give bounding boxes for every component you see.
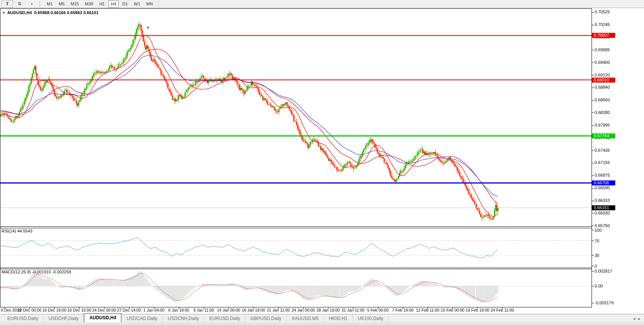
tab-eurusd-daily[interactable]: EURUSD,Daily <box>204 315 245 322</box>
time-axis-label: 12 Dec 00:00 <box>18 308 41 312</box>
tab-uk100-daily[interactable]: UK100,Daily <box>353 315 389 322</box>
price-axis-tick: 0.68560 <box>595 98 610 102</box>
time-axis-label: 24 Feb 11:00 <box>490 308 514 312</box>
rsi-axis-tick: 0 <box>595 264 597 268</box>
tab-scroll-right-icon[interactable]: ▸ <box>638 317 640 321</box>
price-axis-tick: 0.66875 <box>595 173 610 177</box>
time-axis-label: 16 Dec 19:00 <box>42 308 66 312</box>
macd-indicator-label: MACD(12,26,9) -0.001910 -0.002269 <box>2 270 71 274</box>
macd-axis-tick: 0.002817 <box>595 269 612 273</box>
rsi-axis-tick: 70 <box>595 239 599 243</box>
price-axis-tick: 0.69685 <box>595 47 610 52</box>
rsi-axis-tick: 100 <box>595 228 602 232</box>
rsi-axis-tick: 30 <box>595 253 599 258</box>
price-line-label: 0.66706 <box>592 180 615 185</box>
price-axis-tick: 0.69120 <box>595 73 610 77</box>
tab-usdcnh-daily[interactable]: USDCNH,Daily <box>163 315 204 322</box>
tab-hk50-h1[interactable]: HK50,H1 <box>324 315 353 322</box>
rsi-indicator-label: RSI(14) 44.5543 <box>2 229 33 233</box>
chart-canvas[interactable] <box>0 0 644 325</box>
tab-scroll-left-icon[interactable]: ◂ <box>633 317 635 321</box>
time-axis-label: 24 Jan 00:00 <box>292 308 315 312</box>
price-axis-tick: 0.66310 <box>595 198 610 203</box>
tab-scroll-controls: ◂ ▸ <box>633 315 640 322</box>
macd-axis-tick: -0.003179 <box>595 301 614 305</box>
time-axis-label: 19 Feb 19:00 <box>466 308 489 312</box>
price-axis-tick: 0.70245 <box>595 22 610 27</box>
price-axis-tick: 0.70525 <box>595 10 610 14</box>
time-axis-label: 6 Jan 19:00 <box>168 308 190 312</box>
symbol-name: AUDUSD,H4 <box>7 10 32 15</box>
price-line-label: 0.69010 <box>592 78 615 83</box>
price-line-label: 0.67754 <box>592 133 615 138</box>
tab-usdcad-daily[interactable]: USDCAD,Daily <box>121 315 163 322</box>
chart-tab-bar: EURUSD,DailyUSDCHF,DailyAUDUSD,H4USDCAD,… <box>0 314 644 322</box>
price-axis-tick: 0.67435 <box>595 148 610 153</box>
time-axis-label: 27 Dec 14:00 <box>117 308 141 312</box>
time-axis-label: 14 Jan 00:00 <box>217 308 240 312</box>
price-axis-tick: 0.69400 <box>595 60 610 65</box>
tab-xauusd-m5[interactable]: XAUUSD,M5 <box>287 315 324 322</box>
time-axis-label: 1 Jan 04:00 <box>144 308 165 312</box>
quote-values: 0.65968 0.66166 0.65963 0.66151 <box>34 10 98 15</box>
macd-axis-tick: 0.00 <box>595 284 603 288</box>
time-axis-label: 24 Dec 00:00 <box>92 308 116 312</box>
price-line-label: 0.70007 <box>592 33 615 38</box>
symbol-quote: ▼AUDUSD,H4 0.65968 0.66166 0.65963 0.661… <box>2 10 98 15</box>
tab-audusd-h4[interactable]: AUDUSD,H4 <box>84 314 121 322</box>
current-price-label: 0.66151 <box>592 205 615 210</box>
mt4-window: T ⇅ ▾ M1M5M15M30H1H4D1W1MN ▼AUDUSD,H4 0.… <box>0 0 644 325</box>
price-axis-tick: 0.66030 <box>595 211 610 215</box>
time-axis-label: 9 Jan 11:00 <box>193 308 214 312</box>
tabs: EURUSD,DailyUSDCHF,DailyAUDUSD,H4USDCAD,… <box>0 314 389 322</box>
window-bottom-strip <box>0 322 644 325</box>
time-axis-label: 12 Feb 11:00 <box>416 308 439 312</box>
time-axis-label: 5 Feb 00:00 <box>367 308 389 312</box>
price-axis-tick: 0.65750 <box>595 223 610 228</box>
tab-usdchf-daily[interactable]: USDCHF,Daily <box>44 315 84 322</box>
time-axis-label: 28 Jan 19:00 <box>317 308 340 312</box>
tab-eurusd-daily[interactable]: EURUSD,Daily <box>2 315 44 322</box>
time-axis-label: 21 Jan 11:00 <box>267 308 290 312</box>
time-axis-label: 7 Feb 19:00 <box>392 308 414 312</box>
price-axis-tick: 0.67995 <box>595 123 610 127</box>
tab-gbpusd-daily[interactable]: GBPUSD,Daily <box>245 315 287 322</box>
symbol-dropdown-icon[interactable]: ▼ <box>2 11 5 15</box>
price-axis-tick: 0.68280 <box>595 110 610 115</box>
time-axis-label: 15 Feb 00:00 <box>441 308 464 312</box>
time-axis-label: 31 Jan 11:00 <box>342 308 364 312</box>
price-axis-tick: 0.67155 <box>595 160 610 165</box>
time-axis-label: 16 Jan 19:00 <box>242 308 265 312</box>
time-axis-label: 19 Dec 10:00 <box>67 308 91 312</box>
price-axis-tick: 0.68840 <box>595 85 610 89</box>
price-axis-tick: 0.66590 <box>595 185 610 190</box>
